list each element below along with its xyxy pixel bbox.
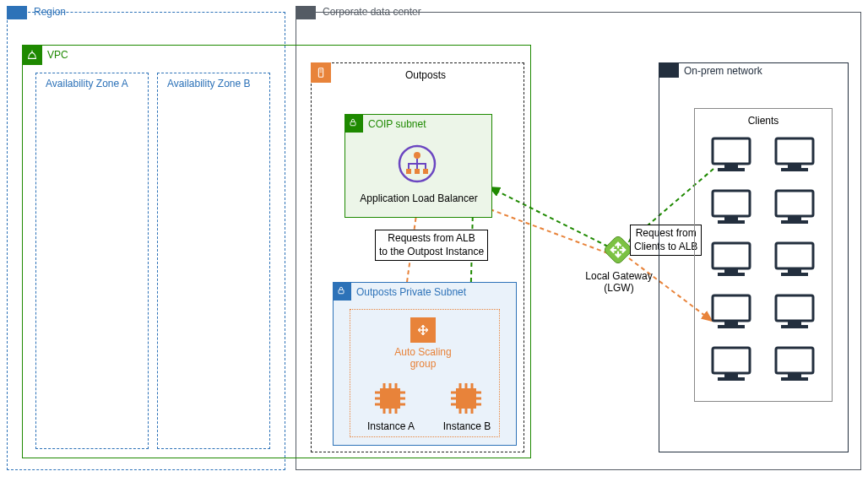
corp-dc-label: Corporate data center	[323, 6, 421, 18]
coip-subnet-tag	[344, 114, 363, 133]
svg-rect-23	[456, 388, 476, 409]
private-subnet-tag	[333, 282, 351, 301]
instance-a-label: Instance A	[361, 420, 420, 432]
diagram-canvas: Region Corporate data center VPC Availab…	[0, 0, 868, 482]
svg-rect-6	[406, 169, 411, 174]
alb-label: Application Load Balancer	[351, 192, 486, 204]
server-rack-icon	[315, 67, 327, 79]
outposts-tag	[311, 62, 331, 83]
svg-rect-7	[415, 169, 420, 174]
clients-grid	[701, 135, 827, 397]
az-b-container	[157, 73, 270, 449]
onprem-tag	[659, 62, 679, 78]
outposts-label: Outposts	[405, 69, 446, 81]
az-b-label: Availability Zone B	[167, 78, 251, 89]
private-subnet-label: Outposts Private Subnet	[356, 286, 466, 298]
vpc-icon	[26, 49, 38, 61]
onprem-label: On-prem network	[684, 65, 762, 77]
alb-icon	[397, 144, 437, 184]
instance-a-icon	[373, 382, 407, 415]
corp-dc-tag	[296, 6, 316, 19]
instance-b-label: Instance B	[437, 420, 496, 432]
az-a-label: Availability Zone A	[46, 78, 128, 89]
region-label: Region	[34, 6, 66, 18]
annotation-alb-text: Requests from ALBto the Outpost Instance	[379, 232, 484, 257]
region-tag	[7, 6, 27, 19]
vpc-label: VPC	[47, 49, 68, 61]
asg-label: Auto Scaling group	[385, 346, 461, 370]
svg-rect-0	[318, 68, 323, 78]
lgw-icon	[603, 235, 633, 265]
clients-label: Clients	[694, 115, 833, 127]
svg-rect-9	[339, 290, 344, 294]
svg-rect-3	[350, 122, 355, 126]
svg-rect-10	[380, 388, 400, 409]
vpc-tag	[22, 45, 42, 65]
lgw-label: Local Gateway (LGW)	[578, 270, 660, 294]
svg-point-5	[414, 152, 420, 159]
instance-b-icon	[449, 382, 483, 415]
asg-icon	[410, 317, 436, 343]
annotation-alb-to-instance: Requests from ALBto the Outpost Instance	[375, 230, 488, 261]
lock-icon	[348, 117, 360, 129]
az-a-container	[35, 73, 149, 449]
coip-subnet-label: COIP subnet	[368, 118, 426, 130]
svg-rect-36	[603, 235, 633, 265]
svg-rect-8	[423, 169, 428, 174]
lock-icon	[336, 285, 348, 297]
